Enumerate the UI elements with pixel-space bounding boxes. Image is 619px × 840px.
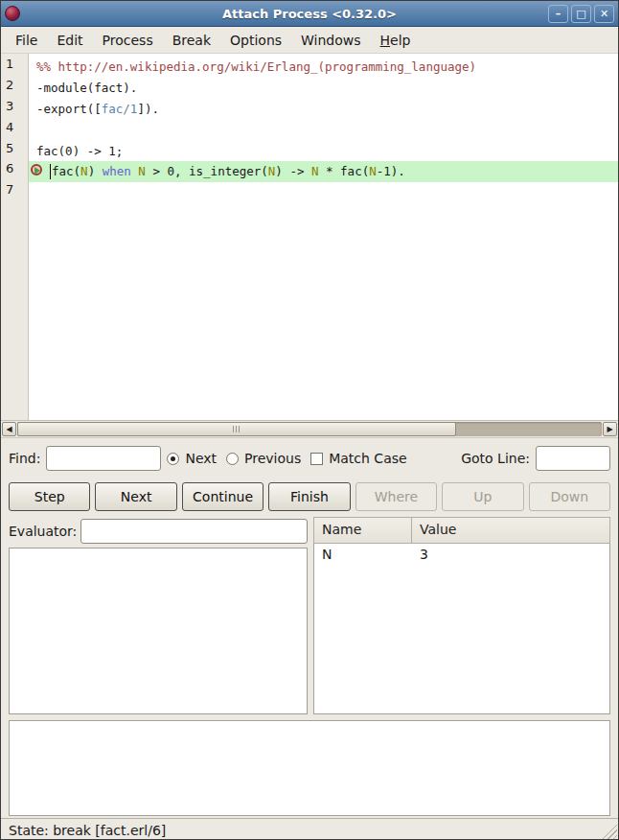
value-column-header[interactable]: Value <box>411 517 610 544</box>
code-segment: ) <box>88 164 103 178</box>
maximize-icon[interactable]: □ <box>571 5 591 23</box>
find-label: Find: <box>9 451 40 466</box>
code-line[interactable] <box>29 182 618 203</box>
menu-file[interactable]: File <box>7 29 46 52</box>
code-segment: fac(0) -> 1; <box>36 144 123 158</box>
scrollbar-trough[interactable] <box>17 422 602 436</box>
code-line[interactable]: %% http://en.wikipedia.org/wiki/Erlang_(… <box>29 57 618 78</box>
line-number-gutter: 1234567 <box>1 54 29 420</box>
previous-radio-label[interactable]: Previous <box>244 451 301 466</box>
next-button[interactable]: Next <box>95 482 176 511</box>
step-button[interactable]: Step <box>9 482 90 511</box>
line-number[interactable]: 4 <box>1 120 28 141</box>
menu-help[interactable]: Help <box>372 29 420 52</box>
window-controls: – □ ✕ <box>548 5 614 23</box>
menu-options[interactable]: Options <box>221 29 290 52</box>
code-editor[interactable]: 1234567 %% http://en.wikipedia.org/wiki/… <box>1 54 618 421</box>
code-segment: -export([ <box>36 102 102 116</box>
up-button: Up <box>442 482 523 511</box>
code-line[interactable]: -export([fac/1]). <box>29 99 618 120</box>
finish-button[interactable]: Finish <box>268 482 350 511</box>
menu-process[interactable]: Process <box>94 29 162 52</box>
code-line-current-break[interactable]: fac(N) when N > 0, is_integer(N) -> N * … <box>29 161 618 182</box>
debug-button-row: StepNextContinueFinishWhereUpDown <box>1 478 618 515</box>
variable-name: N <box>314 544 412 567</box>
menubar: FileEditProcessBreakOptionsWindowsHelp <box>1 27 618 54</box>
code-line[interactable]: -module(fact). <box>29 78 618 99</box>
match-case-label[interactable]: Match Case <box>329 451 406 466</box>
code-segment: N <box>311 164 319 178</box>
scrollbar-thumb[interactable] <box>17 422 456 436</box>
code-segment: N <box>80 164 88 178</box>
status-text: State: break [fact.erl/6] <box>9 823 166 838</box>
find-toolbar: Find: Next Previous Match Case Goto Line… <box>1 438 618 478</box>
code-segment: ) -> <box>275 164 311 178</box>
match-case-checkbox[interactable] <box>310 453 323 465</box>
scroll-right-icon[interactable]: ▶ <box>603 422 617 436</box>
line-number[interactable]: 2 <box>1 78 28 99</box>
menu-windows[interactable]: Windows <box>292 29 370 52</box>
goto-line-label: Goto Line: <box>461 451 530 466</box>
code-segment: > 0, is_integer( <box>146 164 268 178</box>
variable-value: 3 <box>412 544 436 567</box>
window-title: Attach Process <0.32.0> <box>1 7 618 21</box>
statusbar: State: break [fact.erl/6] <box>1 818 618 840</box>
down-button: Down <box>529 482 610 511</box>
evaluator-output-area[interactable] <box>9 548 308 714</box>
code-segment: * fac( <box>319 164 370 178</box>
code-segment: -1). <box>377 164 405 178</box>
variable-row[interactable]: N3 <box>314 544 609 567</box>
middle-section: Evaluator: Name Value N3 <box>1 515 618 714</box>
goto-line-input[interactable] <box>536 446 610 471</box>
close-icon[interactable]: ✕ <box>594 5 614 23</box>
where-button: Where <box>355 482 437 511</box>
line-number[interactable]: 1 <box>1 57 28 78</box>
code-pane[interactable]: %% http://en.wikipedia.org/wiki/Erlang_(… <box>29 54 618 420</box>
variables-header: Name Value <box>313 517 610 544</box>
next-radio[interactable] <box>167 453 179 465</box>
code-segment: fac/1 <box>102 102 138 116</box>
code-segment: %% http://en.wikipedia.org/wiki/Erlang_(… <box>36 59 476 74</box>
next-radio-label[interactable]: Next <box>185 451 217 466</box>
minimize-icon[interactable]: – <box>548 5 568 23</box>
variables-panel: Name Value N3 <box>313 517 610 714</box>
name-column-header[interactable]: Name <box>313 517 411 544</box>
line-number[interactable]: 6 <box>1 161 28 182</box>
menu-break[interactable]: Break <box>164 29 219 52</box>
find-input[interactable] <box>46 446 161 471</box>
code-line[interactable] <box>29 120 618 141</box>
titlebar[interactable]: Attach Process <0.32.0> – □ ✕ <box>1 1 618 27</box>
code-segment: ]). <box>137 102 159 116</box>
trace-output-area[interactable] <box>9 720 610 816</box>
scroll-left-icon[interactable]: ◀ <box>2 422 16 436</box>
line-number[interactable]: 5 <box>1 141 28 162</box>
break-arrow-icon <box>31 164 42 175</box>
attach-process-window: Attach Process <0.32.0> – □ ✕ FileEditPr… <box>0 0 619 840</box>
code-segment: when <box>103 164 131 178</box>
line-number[interactable]: 3 <box>1 99 28 120</box>
code-segment: N <box>369 164 377 178</box>
code-segment: fac( <box>52 164 80 178</box>
evaluator-label: Evaluator: <box>9 524 77 539</box>
variables-table[interactable]: N3 <box>313 544 610 714</box>
code-segment: -module(fact). <box>36 81 137 95</box>
horizontal-scrollbar[interactable]: ◀ ▶ <box>1 421 618 438</box>
menu-edit[interactable]: Edit <box>48 29 91 52</box>
text-cursor <box>50 164 51 179</box>
continue-button[interactable]: Continue <box>182 482 264 511</box>
line-number[interactable]: 7 <box>1 182 28 203</box>
previous-radio[interactable] <box>226 453 239 465</box>
code-line[interactable]: fac(0) -> 1; <box>29 141 618 162</box>
resize-grip[interactable] <box>598 823 617 840</box>
evaluator-input[interactable] <box>80 519 308 544</box>
code-segment: N <box>138 164 146 178</box>
